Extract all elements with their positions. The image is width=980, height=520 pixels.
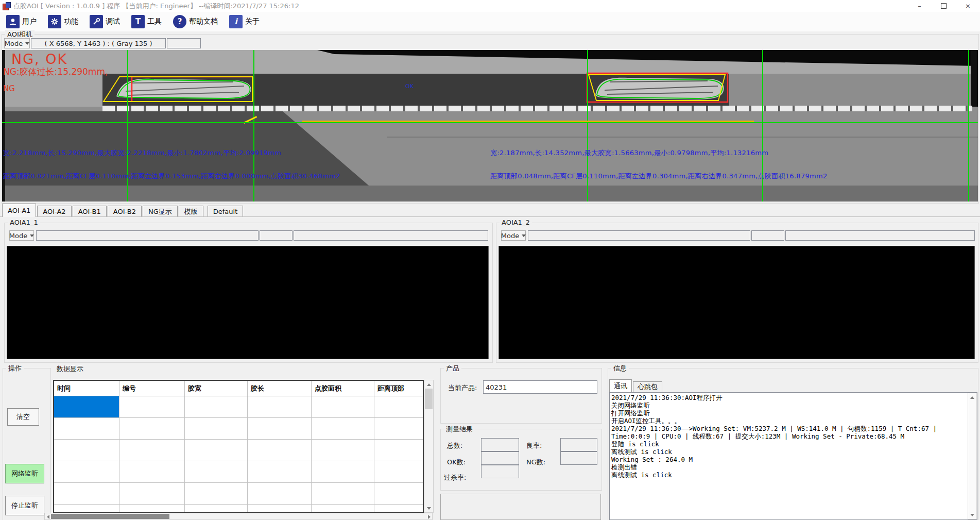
camera-mode-dropdown[interactable]: Mode: [4, 38, 30, 48]
table-row: [54, 461, 423, 483]
table-cell[interactable]: [312, 418, 374, 440]
table-cell[interactable]: [312, 396, 374, 418]
stop-listen-button[interactable]: 停止监听: [5, 496, 44, 515]
aoia1-2-canvas[interactable]: [498, 246, 975, 359]
scrollbar-thumb[interactable]: [425, 389, 433, 409]
ng-label: NG: [3, 84, 15, 93]
table-cell[interactable]: [374, 396, 423, 418]
network-listen-button[interactable]: 网络监听: [5, 464, 44, 483]
comm-log[interactable]: 2021/7/29 11:36:30:AOI程序打开 关闭网络监听 打开网络监听…: [609, 392, 977, 520]
tab-aoi-b2[interactable]: AOI-B2: [108, 206, 142, 217]
table-cell[interactable]: [119, 461, 185, 483]
camera-view[interactable]: NG, OK NG:胶体过长:15.290mm, NG OK 宽:2.218mm…: [2, 50, 978, 202]
aoia1-1-canvas[interactable]: [7, 246, 489, 359]
scroll-up-icon[interactable]: [968, 393, 976, 401]
tools-icon: T: [131, 15, 145, 28]
table-cell[interactable]: [374, 418, 423, 440]
table-cell[interactable]: [119, 440, 185, 461]
tab-heartbeat[interactable]: 心跳包: [633, 381, 662, 392]
toolbar-button-debug[interactable]: 调试: [88, 14, 122, 29]
table-cell[interactable]: [119, 483, 185, 505]
table-cell[interactable]: [119, 396, 185, 418]
table-cell[interactable]: [54, 418, 119, 440]
scroll-down-icon[interactable]: [424, 504, 433, 512]
table-cell[interactable]: [119, 505, 185, 513]
data-display-label: 数据显示: [55, 364, 85, 374]
table-cell[interactable]: [374, 461, 423, 483]
toolbar-button-help[interactable]: ? 帮助文档: [171, 14, 220, 29]
column-header-top-distance[interactable]: 距离顶部: [374, 381, 423, 396]
column-header-glue-length[interactable]: 胶长: [248, 381, 312, 396]
scrollbar-thumb[interactable]: [51, 514, 169, 519]
help-icon: ?: [173, 15, 186, 28]
toolbar-button-user[interactable]: 用户: [4, 14, 39, 29]
table-cell[interactable]: [119, 418, 185, 440]
column-header-time[interactable]: 时间: [54, 381, 119, 396]
table-cell-selected[interactable]: [54, 396, 119, 418]
tab-ng-display[interactable]: NG显示: [143, 206, 178, 217]
tab-aoi-a1[interactable]: AOI-A1: [2, 204, 36, 217]
table-cell[interactable]: [312, 440, 374, 461]
aoia1-2-mode-dropdown[interactable]: Mode: [501, 230, 526, 241]
tab-default[interactable]: Default: [208, 206, 244, 217]
table-cell[interactable]: [54, 461, 119, 483]
table-cell[interactable]: [54, 505, 119, 513]
column-header-id[interactable]: 编号: [119, 381, 185, 396]
table-cell[interactable]: [374, 483, 423, 505]
table-cell[interactable]: [248, 461, 312, 483]
aoia1-2-field2: [785, 230, 975, 241]
table-cell[interactable]: [185, 505, 248, 513]
tab-comm[interactable]: 通讯: [609, 379, 632, 392]
table-cell[interactable]: [312, 505, 374, 513]
toolbar-button-function[interactable]: 功能: [46, 14, 80, 29]
clear-button[interactable]: 清空: [7, 408, 39, 426]
tab-aoi-a2[interactable]: AOI-A2: [37, 206, 71, 217]
table-cell[interactable]: [248, 418, 312, 440]
current-product-value: 40231: [486, 383, 507, 391]
minimize-button[interactable]: –: [907, 0, 932, 12]
toolbar-button-tools[interactable]: T 工具: [129, 14, 164, 29]
table-cell[interactable]: [185, 396, 248, 418]
scroll-right-icon[interactable]: [426, 514, 432, 519]
scroll-left-icon[interactable]: [45, 514, 51, 519]
table-cell[interactable]: [312, 483, 374, 505]
table-horizontal-scrollbar[interactable]: [44, 513, 433, 520]
table-cell[interactable]: [374, 440, 423, 461]
close-button[interactable]: ×: [956, 0, 980, 12]
pin-strip: [102, 106, 972, 111]
tab-label: 模版: [184, 207, 198, 216]
app-icon: [3, 2, 10, 10]
log-line: 离线测试 is click: [611, 448, 967, 456]
operation-group-label: 操作: [6, 364, 24, 373]
table-cell[interactable]: [248, 483, 312, 505]
column-header-glue-width[interactable]: 胶宽: [185, 381, 248, 396]
table-cell[interactable]: [185, 461, 248, 483]
current-product-field[interactable]: 40231: [483, 380, 597, 394]
table-cell[interactable]: [185, 483, 248, 505]
column-header-glue-area[interactable]: 点胶面积: [312, 381, 374, 396]
table-cell[interactable]: [312, 461, 374, 483]
table-cell[interactable]: [54, 440, 119, 461]
tab-aoi-b1[interactable]: AOI-B1: [73, 206, 107, 217]
table-cell[interactable]: [185, 418, 248, 440]
toolbar-button-about[interactable]: i 关于: [227, 14, 262, 29]
log-vertical-scrollbar[interactable]: [968, 393, 977, 519]
tab-template[interactable]: 模版: [179, 206, 203, 217]
table-cell[interactable]: [248, 440, 312, 461]
aoia1-1-mode-dropdown[interactable]: Mode: [9, 230, 34, 241]
stop-listen-label: 停止监听: [11, 501, 38, 510]
table-row: [54, 440, 423, 461]
log-line: 登陆 is click: [611, 440, 967, 448]
grid-line-horizontal: [2, 122, 978, 123]
table-cell[interactable]: [248, 505, 312, 513]
table-cell[interactable]: [54, 483, 119, 505]
scroll-up-icon[interactable]: [424, 380, 433, 389]
table-row: [54, 505, 423, 513]
table-vertical-scrollbar[interactable]: [424, 380, 434, 513]
scroll-down-icon[interactable]: [968, 511, 976, 519]
maximize-button[interactable]: [932, 0, 956, 12]
table-cell[interactable]: [248, 396, 312, 418]
aoia1-2-field-small: [751, 230, 784, 241]
table-cell[interactable]: [185, 440, 248, 461]
table-cell[interactable]: [374, 505, 423, 513]
